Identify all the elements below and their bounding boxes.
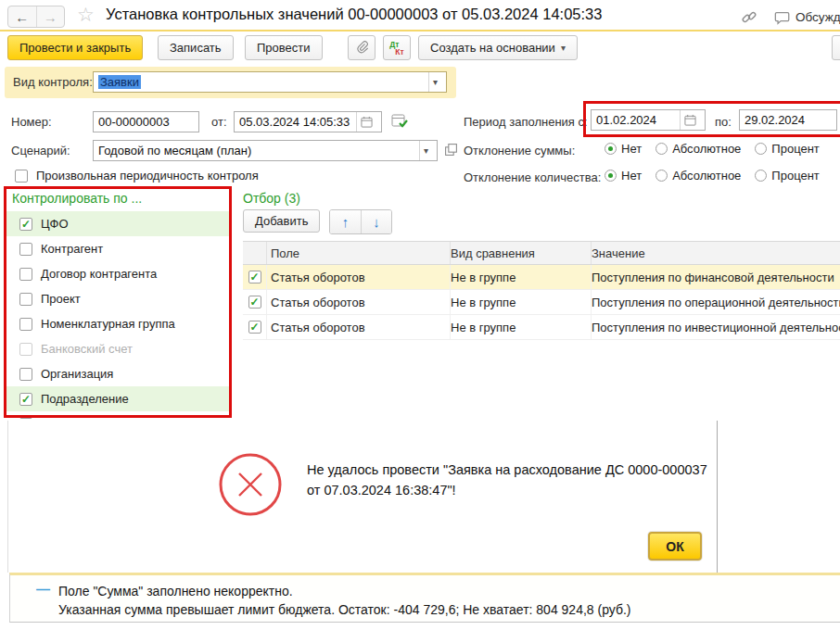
checkbox-icon (19, 268, 32, 281)
error-circle-x-icon (217, 451, 284, 518)
discussions-label[interactable]: Обсужде (795, 10, 840, 24)
calendar-icon[interactable] (356, 112, 376, 132)
period-from-value: 01.02.2024 (596, 113, 680, 127)
link-icon[interactable] (741, 9, 757, 26)
control-by-item-nomenklaturnaya-gruppa[interactable]: Номенклатурная группа (6, 311, 229, 336)
radio-no[interactable]: Нет (605, 142, 642, 156)
radio-icon (655, 170, 668, 182)
filter-table: Поле Вид сравнения Значение ✓ Статья обо… (243, 241, 840, 340)
write-button[interactable]: Записать (158, 35, 234, 60)
radio-percent[interactable]: Процент (755, 169, 819, 183)
column-field[interactable]: Поле (267, 242, 451, 264)
control-by-item-organizatsiya[interactable]: Организация (6, 361, 229, 386)
number-input[interactable]: 00-00000003 (93, 111, 199, 132)
date-label: от: (211, 115, 227, 129)
checkbox-disabled-icon (19, 343, 32, 356)
checkbox-checked-icon[interactable]: ✓ (248, 271, 261, 284)
control-by-item-dogovor[interactable]: Договор контрагента (6, 261, 229, 286)
control-by-item-cfo[interactable]: ✓ ЦФО (6, 211, 229, 236)
page-title: Установка контрольных значений 00-000000… (106, 6, 602, 23)
checkbox-icon (19, 318, 32, 331)
add-filter-button[interactable]: Добавить (243, 209, 320, 233)
set-current-date-icon[interactable] (391, 112, 409, 130)
dtkt-postings-button[interactable]: ДтКт (383, 35, 411, 60)
checkbox-icon (19, 243, 32, 256)
control-by-item-podrazdelenie[interactable]: ✓ Подразделение (6, 386, 229, 411)
move-up-button[interactable]: ↑ (330, 210, 361, 233)
period-to-input[interactable]: 29.02.2024 (739, 109, 837, 131)
attachments-button[interactable] (348, 35, 375, 60)
date-input[interactable]: 05.03.2024 14:05:33 (234, 111, 382, 132)
radio-no[interactable]: Нет (605, 169, 642, 183)
checkbox-icon (19, 418, 32, 420)
title-separator (0, 30, 840, 32)
radio-icon (755, 143, 767, 155)
column-value[interactable]: Значение (592, 246, 840, 260)
checkbox-icon (19, 368, 32, 381)
arrow-down-icon: ↓ (373, 214, 380, 230)
scenario-label: Сценарий: (11, 144, 70, 158)
control-by-title: Контролировать по ... (6, 189, 229, 211)
filter-title: Отбор (3) (243, 191, 300, 206)
move-down-button[interactable]: ↓ (361, 210, 391, 233)
paperclip-icon (355, 41, 369, 56)
more-button-partial[interactable] (832, 35, 840, 60)
post-and-close-button[interactable]: Провести и закрыть (7, 35, 143, 60)
table-row[interactable]: ✓ Статья оборотов Не в группе Поступлени… (243, 265, 840, 290)
history-nav: ← → (7, 6, 65, 28)
calendar-icon[interactable] (680, 110, 700, 130)
control-kind-input[interactable]: Заявки ▾ (93, 71, 447, 93)
discussion-bubble-icon[interactable] (774, 9, 791, 26)
create-based-on-button[interactable]: Создать на основании ▾ (418, 35, 578, 60)
period-from-input[interactable]: 01.02.2024 (591, 109, 706, 131)
control-kind-value: Заявки (98, 75, 141, 89)
deviation-sum-label: Отклонение суммы: (464, 144, 575, 158)
radio-icon (655, 143, 668, 155)
filter-table-header: Поле Вид сравнения Значение (243, 241, 840, 265)
radio-percent[interactable]: Процент (755, 142, 819, 156)
period-to-label: по: (715, 115, 732, 129)
checkbox-checked-icon[interactable]: ✓ (248, 321, 261, 334)
arbitrary-periodicity-label: Произвольная периодичность контроля (36, 169, 259, 183)
checkbox-checked-icon[interactable]: ✓ (248, 296, 261, 309)
arrow-up-icon: ↑ (342, 214, 350, 230)
deviation-sum-radios: Нет Абсолютное Процент (605, 142, 828, 156)
number-value: 00-00000003 (98, 115, 170, 129)
error-dialog-message: Не удалось провести "Заявка на расходова… (307, 460, 719, 500)
arbitrary-periodicity-checkbox[interactable]: Произвольная периодичность контроля (15, 169, 259, 183)
chevron-down-icon[interactable]: ▾ (428, 72, 441, 92)
radio-absolute[interactable]: Абсолютное (655, 169, 741, 183)
radio-selected-icon (605, 170, 617, 182)
date-value: 05.03.2024 14:05:33 (239, 115, 356, 129)
scenario-input[interactable]: Годовой по месяцам (план) ▾ (93, 140, 438, 161)
period-label: Период заполнения с: (464, 115, 588, 129)
error-dialog: Не удалось провести "Заявка на расходова… (7, 421, 718, 573)
chevron-down-icon[interactable]: ▾ (419, 141, 432, 160)
table-row[interactable]: ✓ Статья оборотов Не в группе Поступлени… (243, 290, 840, 315)
post-button[interactable]: Провести (245, 35, 323, 60)
deviation-qty-radios: Нет Абсолютное Процент (605, 169, 828, 183)
favorite-star-icon[interactable]: ☆ (77, 4, 95, 26)
control-by-item-proekt[interactable]: Проект (6, 286, 229, 311)
radio-selected-icon (605, 143, 617, 155)
period-to-value: 29.02.2024 (745, 113, 805, 127)
back-arrow-icon[interactable]: ← (8, 6, 36, 27)
checkbox-checked-icon: ✓ (19, 393, 32, 406)
checkbox-icon (15, 170, 28, 183)
control-by-list: Контролировать по ... ✓ ЦФО Контрагент Д… (6, 189, 229, 419)
forward-arrow-icon[interactable]: → (36, 6, 65, 27)
table-row[interactable]: ✓ Статья оборотов Не в группе Поступлени… (243, 315, 840, 340)
move-row-buttons: ↑ ↓ (329, 209, 392, 234)
dtkt-icon: ДтКт (389, 41, 403, 56)
column-comparison[interactable]: Вид сравнения (451, 242, 592, 264)
control-by-item-bankovskiy-schet: Банковский счет (6, 336, 229, 361)
collapse-minus-icon[interactable]: — (36, 581, 50, 597)
checkbox-icon (19, 293, 32, 306)
control-by-item-partial[interactable] (6, 411, 229, 419)
control-kind-label: Вид контроля: (13, 75, 93, 89)
control-by-item-kontragent[interactable]: Контрагент (6, 236, 229, 261)
open-scenario-icon[interactable] (444, 143, 458, 157)
service-messages-panel: — Поле "Сумма" заполнено некорректно. Ук… (9, 573, 840, 623)
radio-absolute[interactable]: Абсолютное (655, 142, 741, 156)
ok-button[interactable]: ОК (648, 532, 702, 561)
